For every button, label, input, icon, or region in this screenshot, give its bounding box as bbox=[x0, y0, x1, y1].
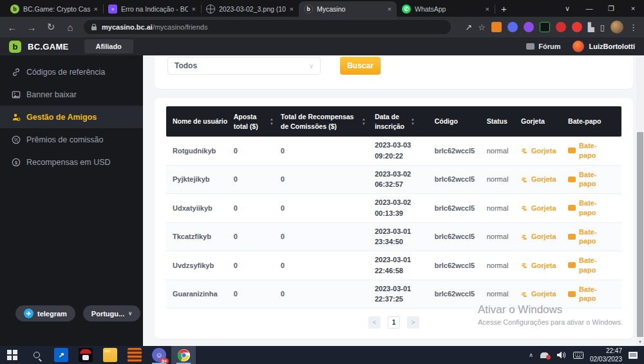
sidebar-item-premios-comissao[interactable]: Prêmios de comissão bbox=[0, 128, 143, 151]
user-avatar[interactable] bbox=[573, 41, 584, 52]
window-minimize-button[interactable]: — bbox=[578, 0, 600, 17]
new-tab-button[interactable]: + bbox=[501, 3, 507, 14]
tip-link[interactable]: Gorjeta bbox=[521, 175, 568, 183]
browser-profile-avatar[interactable] bbox=[611, 21, 623, 34]
side-panel-icon[interactable]: ▯ bbox=[600, 23, 605, 32]
cell-code: brlc62wccl5 bbox=[435, 204, 487, 212]
username[interactable]: LuizBortolotti bbox=[589, 43, 635, 50]
coins-icon bbox=[521, 147, 528, 154]
chat-bubble-icon bbox=[568, 205, 576, 211]
start-button[interactable] bbox=[0, 346, 24, 364]
tip-link[interactable]: Gorjeta bbox=[521, 147, 568, 155]
mycasino-favicon: b bbox=[304, 5, 313, 14]
clock-date: 02/03/2023 bbox=[590, 355, 622, 363]
taskbar-app-dark[interactable] bbox=[73, 346, 98, 364]
link-icon bbox=[12, 68, 21, 77]
sidebar-item-codigos-referencia[interactable]: Códigos de referência bbox=[0, 61, 143, 83]
taskbar-app-orange[interactable] bbox=[122, 346, 147, 364]
tip-link[interactable]: Gorjeta bbox=[521, 233, 568, 240]
chat-link[interactable]: Bate-papo bbox=[568, 227, 621, 246]
table-row: Uvdzsyfikyb 0 0 2023-03-0122:46:58 brlc6… bbox=[166, 251, 621, 280]
forward-icon[interactable]: → bbox=[26, 22, 37, 33]
tab-close-icon[interactable]: × bbox=[94, 5, 98, 13]
search-button[interactable]: Buscar bbox=[340, 57, 381, 75]
x-extension-icon[interactable] bbox=[540, 22, 550, 32]
tab-close-icon[interactable]: × bbox=[290, 5, 294, 13]
tip-link[interactable]: Gorjeta bbox=[521, 290, 568, 298]
tray-status-icon[interactable] bbox=[540, 350, 550, 359]
tab-erro-indicacao[interactable]: ≡ Erro na Indicação - BC.Game × bbox=[103, 1, 201, 17]
sidebar-item-recompensas-usd[interactable]: $ Recompensas em USD bbox=[0, 151, 143, 173]
tab-search-chevron-icon[interactable]: ∨ bbox=[556, 0, 578, 17]
cell-rewards: 0 bbox=[281, 233, 375, 240]
tip-link[interactable]: Gorjeta bbox=[521, 204, 568, 212]
page-scrollbar[interactable]: ▼ bbox=[636, 55, 644, 346]
adblock-extension-icon[interactable] bbox=[556, 22, 566, 32]
forum-link[interactable]: Fórum bbox=[526, 43, 560, 50]
tab-strip: b BC.Game: Crypto Casino Gam × ≡ Erro na… bbox=[0, 0, 495, 17]
action-center-icon[interactable] bbox=[629, 352, 638, 359]
tab-whatsapp[interactable]: ✆ WhatsApp × bbox=[397, 1, 495, 17]
red-extension-icon[interactable] bbox=[572, 22, 582, 32]
volume-icon[interactable] bbox=[556, 350, 567, 359]
sort-icon[interactable]: ▲▼ bbox=[411, 117, 415, 126]
chat-link[interactable]: Bate-papo bbox=[568, 198, 621, 217]
tray-expand-icon[interactable]: ∧ bbox=[529, 352, 533, 358]
taskbar-search-button[interactable] bbox=[24, 346, 49, 364]
taskbar-app-chrome[interactable] bbox=[171, 346, 196, 364]
reload-icon[interactable]: ↻ bbox=[45, 21, 57, 33]
browser-menu-icon[interactable]: ⋮ bbox=[629, 23, 638, 32]
keyboard-icon[interactable] bbox=[573, 350, 583, 359]
col-header-code: Código bbox=[435, 117, 458, 126]
language-select[interactable]: Portugu... ∨ bbox=[83, 305, 140, 321]
sidebar-item-banner-baixar[interactable]: Banner baixar bbox=[0, 83, 143, 106]
afiliado-nav-button[interactable]: Afiliado bbox=[84, 39, 133, 53]
taskbar-clock[interactable]: 22:47 02/03/2023 bbox=[590, 347, 622, 363]
filter-select[interactable]: Todos ∨ bbox=[167, 57, 321, 75]
prev-page-button[interactable]: < bbox=[368, 316, 381, 329]
home-icon[interactable]: ⌂ bbox=[64, 22, 76, 33]
tab-mycasino-active[interactable]: b Mycasino × bbox=[299, 1, 397, 17]
url-host: mycasino.bc.ai bbox=[102, 23, 153, 31]
extensions-puzzle-icon[interactable]: ▙ bbox=[588, 23, 594, 32]
chat-link[interactable]: Bate-papo bbox=[568, 141, 621, 160]
scrollbar-thumb[interactable] bbox=[637, 132, 643, 337]
taskbar-app-discord[interactable]: ☺9+ bbox=[147, 346, 171, 364]
taskbar-app-anydesk[interactable]: ↗ bbox=[49, 346, 73, 364]
tab-bcgame[interactable]: b BC.Game: Crypto Casino Gam × bbox=[5, 1, 103, 17]
cell-code: brlc62wccl5 bbox=[435, 290, 487, 298]
next-page-button[interactable]: > bbox=[407, 316, 419, 329]
sidebar-item-gestao-de-amigos[interactable]: Gestão de Amigos bbox=[0, 106, 143, 128]
bcgame-logo-icon[interactable]: b bbox=[9, 41, 21, 53]
taskbar-file-explorer[interactable] bbox=[98, 346, 122, 364]
sort-icon[interactable]: ▲▼ bbox=[270, 117, 274, 126]
dark-app-icon bbox=[79, 348, 93, 362]
current-page[interactable]: 1 bbox=[388, 316, 400, 329]
cell-code: brlc62wccl5 bbox=[435, 233, 487, 240]
back-icon[interactable]: ← bbox=[6, 22, 18, 33]
chat-link[interactable]: Bate-papo bbox=[568, 256, 621, 274]
chat-link[interactable]: Bate-papo bbox=[568, 170, 621, 189]
cell-date: 2023-03-0309:20:22 bbox=[375, 140, 435, 161]
tab-close-icon[interactable]: × bbox=[388, 5, 392, 13]
tab-close-icon[interactable]: × bbox=[486, 5, 489, 13]
sort-icon[interactable]: ▲▼ bbox=[362, 117, 366, 126]
wallet-extension-icon[interactable] bbox=[507, 22, 518, 32]
tab-close-icon[interactable]: × bbox=[192, 5, 196, 13]
tab-image-png[interactable]: 2023-03-02_3.png (1024×76 × bbox=[201, 1, 299, 17]
scrollbar-down-arrow[interactable]: ▼ bbox=[636, 338, 644, 346]
tip-link[interactable]: Gorjeta bbox=[521, 262, 568, 269]
window-maximize-button[interactable]: ❐ bbox=[600, 0, 622, 17]
bookmark-star-icon[interactable]: ☆ bbox=[478, 23, 486, 32]
cell-username: Pyjktejikyb bbox=[173, 175, 234, 183]
purple-extension-icon[interactable] bbox=[524, 22, 534, 32]
telegram-button[interactable]: ✈ telegram bbox=[15, 305, 75, 321]
brand-name[interactable]: BC.GAME bbox=[28, 42, 69, 52]
metamask-extension-icon[interactable] bbox=[491, 22, 502, 32]
chat-link[interactable]: Bate-papo bbox=[568, 285, 621, 303]
sidebar-item-label: Recompensas em USD bbox=[26, 158, 111, 167]
address-bar[interactable]: mycasino.bc.ai/mycasino/friends bbox=[84, 20, 451, 34]
share-icon[interactable]: ↗ bbox=[465, 23, 472, 32]
window-close-button[interactable]: × bbox=[622, 0, 644, 17]
cell-code: brlc62wccl5 bbox=[435, 262, 487, 269]
